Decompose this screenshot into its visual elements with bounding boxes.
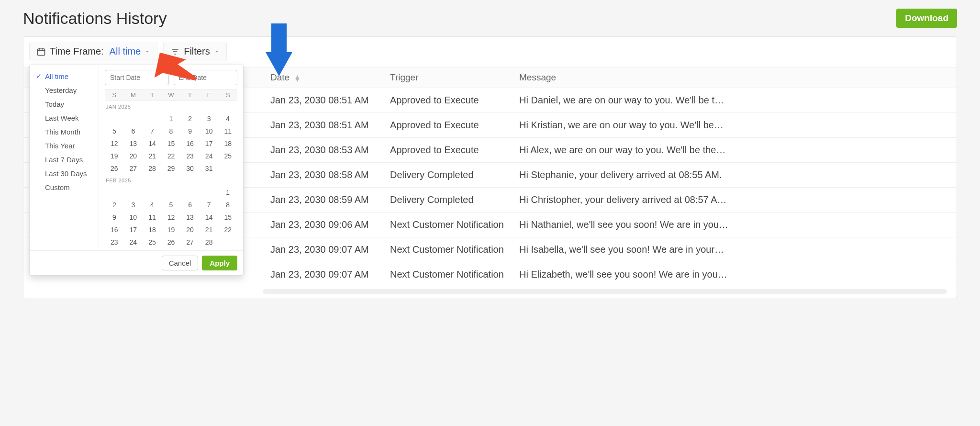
calendar-day[interactable]: 18 (218, 137, 237, 150)
download-button[interactable]: Download (896, 9, 957, 28)
calendar-day[interactable]: 12 (105, 137, 124, 150)
calendar-day[interactable]: 24 (200, 150, 219, 162)
calendar-day[interactable]: 5 (162, 199, 181, 211)
calendar-day[interactable]: 31 (200, 162, 219, 175)
calendar-day[interactable]: 8 (218, 199, 237, 211)
preset-label: All time (45, 72, 68, 80)
filters-label: Filters (184, 46, 210, 57)
calendar-day[interactable]: 26 (162, 236, 181, 248)
cell-date: Jan 23, 2030 08:53 AM (263, 138, 382, 163)
cell-trigger: Next Customer Notification (382, 262, 512, 287)
calendar-day[interactable]: 17 (124, 224, 143, 236)
calendar-day[interactable]: 6 (124, 125, 143, 137)
col-trigger-header[interactable]: Trigger (382, 67, 512, 88)
calendar-day[interactable]: 11 (218, 125, 237, 137)
calendar-day[interactable]: 14 (143, 137, 162, 150)
dow-cell: T (143, 90, 162, 101)
preset-item[interactable]: This Month (30, 125, 99, 139)
col-date-header[interactable]: Date ▲▼ (263, 67, 382, 88)
calendar-day[interactable]: 9 (105, 211, 124, 224)
horizontal-scrollbar[interactable] (263, 289, 947, 294)
calendar-day[interactable]: 12 (162, 211, 181, 224)
calendar-month1: 1234567891011121314151617181920212223242… (105, 112, 237, 175)
filters-chip[interactable]: Filters (163, 42, 226, 61)
cell-message: Hi Christopher, your delivery arrived at… (512, 188, 957, 213)
preset-item[interactable]: Last Week (30, 111, 99, 125)
preset-item[interactable]: Today (30, 97, 99, 111)
calendar-day[interactable]: 3 (124, 199, 143, 211)
calendar-day[interactable]: 20 (180, 224, 200, 236)
calendar-day[interactable]: 21 (200, 224, 219, 236)
cell-trigger: Next Customer Notification (382, 213, 512, 237)
calendar-day[interactable]: 14 (200, 211, 219, 224)
calendar-day[interactable]: 15 (162, 137, 181, 150)
calendar-day[interactable]: 19 (105, 150, 124, 162)
calendar-day[interactable]: 16 (105, 224, 124, 236)
timeframe-chip[interactable]: Time Frame: All time (29, 42, 157, 61)
preset-item[interactable]: Custom (30, 180, 99, 194)
calendar-day[interactable]: 2 (180, 112, 200, 125)
calendar-day[interactable]: 23 (180, 150, 200, 162)
preset-item[interactable]: Last 30 Days (30, 167, 99, 180)
filter-icon (170, 47, 180, 56)
calendar-day[interactable]: 10 (200, 125, 219, 137)
calendar-day[interactable]: 29 (162, 162, 181, 175)
calendar-day[interactable]: 28 (143, 162, 162, 175)
calendar-day[interactable]: 4 (143, 199, 162, 211)
preset-item[interactable]: ✓All time (30, 69, 99, 83)
calendar-day[interactable]: 1 (162, 112, 181, 125)
calendar-day[interactable]: 25 (143, 236, 162, 248)
calendar-day[interactable]: 2 (105, 199, 124, 211)
calendar-day[interactable]: 18 (143, 224, 162, 236)
calendar-day[interactable]: 26 (105, 162, 124, 175)
page-title: Notifications History (23, 9, 167, 28)
calendar-day[interactable]: 23 (105, 236, 124, 248)
calendar-day[interactable]: 5 (105, 125, 124, 137)
cell-message: Hi Isabella, we'll see you soon! We are … (512, 237, 957, 262)
cell-trigger: Delivery Completed (382, 163, 512, 188)
calendar-day[interactable]: 16 (180, 137, 200, 150)
calendar-day[interactable]: 24 (124, 236, 143, 248)
start-date-input[interactable] (105, 70, 169, 85)
calendar-day[interactable]: 1 (218, 186, 237, 199)
calendar-day[interactable]: 13 (180, 211, 200, 224)
calendar-day[interactable]: 7 (143, 125, 162, 137)
calendar-day[interactable]: 25 (218, 150, 237, 162)
calendar-day[interactable]: 19 (162, 224, 181, 236)
month1-label: JAN 2025 (105, 101, 237, 112)
dow-cell: T (180, 90, 200, 101)
calendar-day[interactable]: 21 (143, 150, 162, 162)
calendar-day[interactable]: 22 (162, 150, 181, 162)
calendar-day[interactable]: 4 (218, 112, 237, 125)
end-date-input[interactable] (174, 70, 238, 85)
cell-message: Hi Daniel, we are on our way to you. We'… (512, 88, 957, 113)
dow-cell: S (218, 90, 237, 101)
calendar-day[interactable]: 8 (162, 125, 181, 137)
calendar-day[interactable]: 11 (143, 211, 162, 224)
preset-label: Custom (45, 183, 70, 191)
calendar-day[interactable]: 3 (200, 112, 219, 125)
apply-button[interactable]: Apply (202, 256, 237, 270)
calendar-day[interactable]: 17 (200, 137, 219, 150)
calendar-day[interactable]: 13 (124, 137, 143, 150)
cell-message: Hi Nathaniel, we'll see you soon! We are… (512, 213, 957, 237)
col-message-header[interactable]: Message (512, 67, 957, 88)
preset-label: This Month (45, 128, 80, 136)
calendar-day[interactable]: 9 (180, 125, 200, 137)
preset-item[interactable]: Yesterday (30, 83, 99, 97)
cancel-button[interactable]: Cancel (162, 256, 199, 270)
calendar-day[interactable]: 7 (200, 199, 219, 211)
calendar-day[interactable]: 6 (180, 199, 200, 211)
preset-item[interactable]: This Year (30, 139, 99, 153)
cell-trigger: Approved to Execute (382, 88, 512, 113)
cell-trigger: Approved to Execute (382, 113, 512, 138)
calendar-day[interactable]: 30 (180, 162, 200, 175)
calendar-day[interactable]: 28 (200, 236, 219, 248)
calendar-day[interactable]: 27 (124, 162, 143, 175)
preset-item[interactable]: Last 7 Days (30, 153, 99, 167)
calendar-day[interactable]: 22 (218, 224, 237, 236)
calendar-day[interactable]: 10 (124, 211, 143, 224)
calendar-day[interactable]: 15 (218, 211, 237, 224)
calendar-day[interactable]: 20 (124, 150, 143, 162)
calendar-day[interactable]: 27 (180, 236, 200, 248)
